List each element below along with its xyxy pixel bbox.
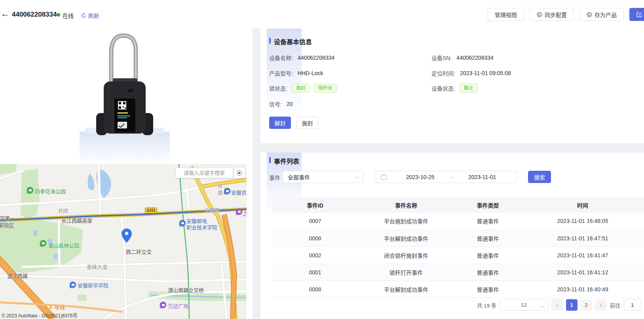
map-label-poi: 新院区 [0, 221, 14, 229]
header-actions: 管理视图 同步配置 存为产品 编辑 [488, 8, 644, 21]
cell-event-type: 普通事件 [454, 247, 521, 264]
cell-event-name: 平台施封成功事件 [358, 213, 454, 230]
park-marker-icon [27, 187, 33, 193]
map-label-poi: 安徽农 [231, 189, 247, 196]
cell-event-type: 普通事件 [454, 230, 521, 247]
map-label-area: 香樟大道 [87, 263, 107, 270]
map-label-metro: 4 号线 [49, 303, 65, 311]
lock-state-label: 锁状态: [269, 84, 287, 92]
signal-value: 20 [287, 101, 293, 107]
page-button-1[interactable]: 1 [566, 299, 578, 311]
map-label-road: 潜山南路立交桥 [168, 286, 204, 294]
poi-marker-icon [224, 188, 230, 194]
map-label-road: 环路 [216, 184, 224, 196]
locate-icon [237, 170, 242, 176]
device-product-image [73, 31, 176, 163]
table-row: 0007 平台施封成功事件 普通事件 2023-11-01 16:48:05 [272, 213, 644, 230]
manage-view-label: 管理视图 [495, 11, 517, 19]
sync-config-button[interactable]: 同步配置 [530, 8, 574, 21]
cell-event-type: 普通事件 [454, 281, 521, 298]
map-label-road: 望江西路 [7, 272, 28, 279]
cell-event-id: 0008 [272, 281, 358, 298]
map[interactable]: 四季花海公园 安徽农 井岗 长江西路高架 大学第一 新院区 环路 五里墩 之心 … [0, 164, 247, 319]
total-count: 共 19 条 [477, 301, 497, 309]
cell-event-time: 2023-11-01 16:47:51 [521, 230, 644, 247]
cell-event-type: 普通事件 [454, 264, 521, 281]
event-list-section: 事件列表 事件 全部事件 2023-10-25 - 2023-11-01 搜索 … [260, 153, 644, 319]
event-table: 事件ID 事件名称 事件类型 时间 0007 平台施封成功事件 普通事件 202… [272, 197, 644, 298]
save-icon [587, 12, 592, 17]
chevron-down-icon [355, 174, 359, 178]
event-list-title: 事件列表 [274, 156, 299, 166]
cell-event-name: 闭合锁杆施封事件 [358, 247, 454, 264]
device-state-label: 设备状态: [431, 84, 455, 92]
map-copyright: © 2023 AutoNavi - GS(2021)6375号 [2, 312, 78, 319]
col-event-time: 时间 [521, 197, 644, 213]
cell-event-id: 0007 [272, 213, 358, 230]
signal-label: 信号: [269, 100, 282, 108]
event-type-select[interactable]: 全部事件 [283, 171, 364, 183]
product-model-value: HHD-Lock [298, 70, 323, 76]
goto-page-input[interactable] [624, 299, 641, 311]
cell-event-id: 0002 [272, 247, 358, 264]
cell-event-time: 2023-11-01 16:48:05 [521, 213, 644, 230]
page-size-select[interactable]: 12 [500, 299, 548, 311]
mall-marker-icon [160, 302, 166, 308]
map-label-park: 蜀山森林公园 [48, 242, 79, 249]
unseal-button[interactable]: 解封 [269, 117, 291, 129]
mall-marker-icon [236, 208, 242, 215]
table-row: 0008 平台解封成功事件 普通事件 2023-11-01 16:40:49 [272, 281, 644, 298]
chevron-down-icon [540, 304, 544, 308]
calendar-icon [381, 174, 386, 180]
right-panel: 设备基本信息 设备名称: 440062208334 设备SN: 44006220… [253, 28, 644, 319]
device-name-label: 设备名称: [269, 54, 293, 62]
cell-event-name: 平台解封成功事件 [358, 230, 454, 247]
map-label-school: 安徽新华学院 [78, 281, 108, 289]
online-status-text: 在线 [63, 11, 74, 19]
sync-config-label: 同步配置 [545, 11, 567, 19]
product-model-label: 产品型号: [269, 69, 293, 77]
cell-event-time: 2023-11-01 16:41:47 [521, 247, 644, 264]
event-filter-label: 事件 [269, 174, 280, 181]
cell-event-id: 0001 [272, 264, 358, 281]
col-event-type: 事件类型 [454, 197, 521, 213]
map-label-mall: 之心 [243, 210, 247, 217]
refresh-button[interactable]: 刷新 [81, 11, 99, 19]
table-row: 0008 平台解封成功事件 普通事件 2023-11-01 16:47:51 [272, 230, 644, 247]
map-search-input[interactable] [175, 168, 233, 178]
cell-event-name: 平台解封成功事件 [358, 281, 454, 298]
page-size-value: 12 [521, 302, 527, 308]
map-label-poi: 大学第一 [0, 214, 15, 222]
device-info-section: 设备基本信息 设备名称: 440062208334 设备SN: 44006220… [260, 28, 644, 143]
seal-button[interactable]: 施封 [296, 117, 318, 129]
col-event-name: 事件名称 [358, 197, 454, 213]
page-button-2[interactable]: 2 [581, 299, 592, 311]
table-header-row: 事件ID 事件名称 事件类型 时间 [272, 197, 644, 213]
cell-event-name: 锁杆打开事件 [358, 264, 454, 281]
cell-event-type: 普通事件 [454, 213, 521, 230]
prev-page-button[interactable]: ‹ [551, 299, 563, 311]
manage-view-button[interactable]: 管理视图 [488, 8, 524, 21]
title-bar-decor [269, 38, 271, 44]
date-range-picker[interactable]: 2023-10-25 - 2023-11-01 [376, 171, 517, 183]
refresh-label: 刷新 [88, 11, 99, 19]
map-label-area: 井岗 [58, 207, 68, 214]
table-row: 0002 闭合锁杆施封事件 普通事件 2023-11-01 16:41:47 [272, 247, 644, 264]
page-title-device-id: 440062208334 [12, 11, 57, 19]
goto-label: 前往 [610, 301, 621, 309]
back-icon[interactable]: ← [1, 9, 9, 18]
next-page-button[interactable]: › [595, 299, 607, 311]
save-as-product-button[interactable]: 存为产品 [579, 8, 624, 21]
device-name-value: 440062208334 [298, 55, 334, 61]
device-state-badge: 静止 [460, 84, 477, 92]
map-label-road: 西二环立交 [126, 248, 152, 255]
date-start-value: 2023-10-25 [390, 174, 450, 180]
locate-button[interactable] [234, 168, 245, 178]
date-end-value: 2023-11-01 [452, 174, 512, 180]
pagination: 共 19 条 12 ‹ 1 2 › 前往 页 [477, 299, 644, 311]
locate-time-value: 2023-11-01 09:05:08 [460, 70, 511, 76]
device-info-title: 设备基本信息 [274, 37, 312, 46]
school-marker-icon [179, 220, 186, 226]
search-button[interactable]: 搜索 [528, 171, 551, 183]
edit-button[interactable]: 编辑 [629, 8, 644, 21]
